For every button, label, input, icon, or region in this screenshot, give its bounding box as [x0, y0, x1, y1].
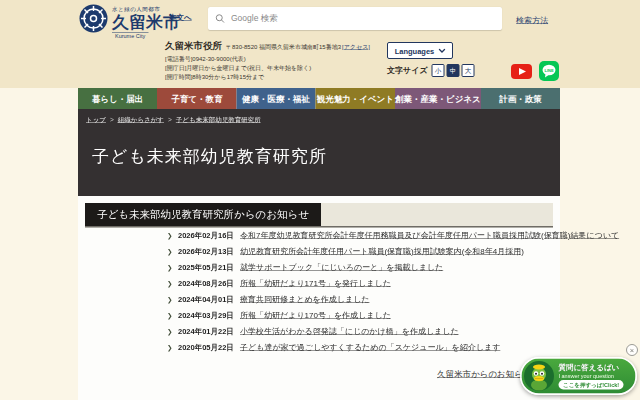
news-link[interactable]: 小学校生活がわかる啓発誌「にじのかけ橋」を作成しました [240, 326, 459, 337]
news-link[interactable]: 子ども達が家で過ごしやすくするための「スケジュール」を紹介します [240, 342, 500, 353]
font-size-small-button[interactable]: 小 [432, 64, 445, 77]
search-box [208, 7, 502, 30]
youtube-icon[interactable] [511, 64, 532, 81]
breadcrumb-link[interactable]: トップ [86, 116, 106, 124]
city-tagline: 水と緑の人間都市 [112, 6, 160, 12]
news-link[interactable]: 所報「幼研だより170号」を作成しました [240, 310, 391, 321]
chevron-right-icon: ❯ [167, 328, 178, 336]
breadcrumb-link[interactable]: 子ども未来部幼児教育研究所 [176, 116, 261, 124]
news-item: ❯2025年05月21日就学サポートブック「にじいろのーと」を掲載しました [78, 262, 560, 278]
news-item: ❯2026年02月16日令和7年度幼児教育研究所会計年度任用務職員及び会計年度任… [78, 230, 560, 246]
office-phone: [電話番号]0942-30-9000(代表) [165, 54, 370, 63]
chevron-right-icon: ❯ [167, 280, 178, 288]
chevron-right-icon: ❯ [167, 248, 178, 256]
chatbot-widget: × 質問に答えるばい I answer your question ここを押すっ… [520, 344, 640, 398]
page-header-band: トップ>組織からさがす>子ども未来部幼児教育研究所 子ども未来部幼児教育研究所 [78, 109, 560, 196]
news-section-heading: 子ども未来部幼児教育研究所からのお知らせ [85, 203, 321, 226]
news-link[interactable]: 所報「幼研だより171号」を発行しました [240, 278, 391, 289]
search-input[interactable] [230, 13, 495, 24]
office-address: 〒830-8520 福岡県久留米市城南町15番地3 [226, 43, 341, 52]
svg-text:LINE: LINE [544, 68, 553, 73]
news-item: ❯2026年02月13日幼児教育研究所会計年度任用パート職員(保育職)採用試験案… [78, 246, 560, 262]
news-link[interactable]: 令和7年度幼児教育研究所会計年度任用務職員及び会計年度任用パート職員採用試験(保… [240, 230, 619, 241]
city-office-info: 久留米市役所 〒830-8520 福岡県久留米市城南町15番地3 [アクセス] … [165, 39, 370, 81]
page: 水と緑の人間都市 久留米市 Kurume City 本文へ 検索方法 久留米市役… [0, 0, 640, 400]
main-nav: 暮らし・届出子育て・教育健康・医療・福祉観光魅力・イベント創業・産業・ビジネス計… [78, 88, 560, 109]
breadcrumb: トップ>組織からさがす>子ども未来部幼児教育研究所 [86, 115, 261, 124]
chevron-down-icon [438, 48, 445, 53]
news-item: ❯2024年03月29日所報「幼研だより170号」を作成しました [78, 310, 560, 326]
font-size-label: 文字サイズ [387, 65, 428, 76]
office-open-days: [開庁日]月曜日から金曜日まで(祝日、年末年始を除く) [165, 63, 370, 72]
nav-item-kosodate[interactable]: 子育て・教育 [157, 88, 236, 109]
search-method-link[interactable]: 検索方法 [516, 15, 548, 26]
city-news-link[interactable]: 久留米市からのお知らせ [437, 368, 532, 380]
news-date: 2026年02月16日 [178, 231, 229, 241]
close-icon[interactable]: × [626, 344, 638, 356]
languages-dropdown[interactable]: Languages [387, 42, 453, 59]
chevron-right-icon: ❯ [167, 232, 178, 240]
nav-item-kurashi[interactable]: 暮らし・届出 [78, 88, 157, 109]
news-item: ❯2024年04月01日療育共同研修まとめを作成しました [78, 294, 560, 310]
news-date: 2024年04月01日 [178, 295, 229, 305]
nav-item-sogyo[interactable]: 創業・産業・ビジネス [395, 88, 481, 109]
chatbot-subtitle: I answer your question [559, 373, 614, 379]
chevron-right-icon: ❯ [167, 312, 178, 320]
nav-item-kenko[interactable]: 健康・医療・福祉 [236, 88, 315, 109]
city-name-en: Kurume City [112, 33, 148, 40]
font-size-large-button[interactable]: 大 [462, 64, 475, 77]
search-icon [215, 14, 225, 24]
news-link[interactable]: 療育共同研修まとめを作成しました [240, 294, 370, 305]
news-date: 2025年05月21日 [178, 263, 229, 273]
breadcrumb-separator: > [168, 116, 172, 124]
office-name: 久留米市役所 [165, 39, 222, 52]
line-icon[interactable]: LINE [539, 61, 559, 83]
news-item: ❯2020年05月22日子ども達が家で過ごしやすくするための「スケジュール」を紹… [78, 342, 560, 358]
news-item: ❯2024年01月22日小学校生活がわかる啓発誌「にじのかけ橋」を作成しました [78, 326, 560, 342]
news-date: 2026年02月13日 [178, 247, 229, 257]
news-date: 2024年03月29日 [178, 311, 229, 321]
news-item: ❯2024年08月26日所報「幼研だより171号」を発行しました [78, 278, 560, 294]
city-emblem-icon [79, 4, 108, 33]
news-section-header: 子ども未来部幼児教育研究所からのお知らせ [85, 203, 553, 228]
breadcrumb-link[interactable]: 組織からさがす [118, 116, 164, 124]
chatbot-title: 質問に答えるばい [559, 363, 620, 373]
languages-label: Languages [395, 46, 435, 55]
font-size-control: 文字サイズ 小 中 大 [387, 64, 477, 77]
access-link[interactable]: [アクセス] [342, 43, 370, 52]
kuruppa-mascot-icon [524, 361, 555, 392]
news-date: 2024年08月26日 [178, 279, 229, 289]
chevron-right-icon: ❯ [167, 296, 178, 304]
chevron-right-icon: ❯ [167, 344, 178, 352]
news-link[interactable]: 幼児教育研究所会計年度任用パート職員(保育職)採用試験案内(令和8年4月採用) [240, 246, 524, 257]
news-date: 2020年05月22日 [178, 343, 229, 353]
chevron-right-icon: ❯ [167, 264, 178, 272]
breadcrumb-separator: > [110, 116, 114, 124]
nav-item-keikaku[interactable]: 計画・政策 [481, 88, 560, 109]
site-logo[interactable]: 水と緑の人間都市 久留米市 Kurume City [79, 4, 180, 40]
news-list: ❯2026年02月16日令和7年度幼児教育研究所会計年度任用務職員及び会計年度任… [78, 230, 560, 358]
news-date: 2024年01月22日 [178, 327, 229, 337]
office-open-hours: [開庁時間]8時30分から17時15分まで [165, 72, 370, 81]
content-panel: 子ども未来部幼児教育研究所からのお知らせ ❯2026年02月16日令和7年度幼児… [78, 196, 560, 400]
news-link[interactable]: 就学サポートブック「にじいろのーと」を掲載しました [240, 262, 443, 273]
skip-to-content-link[interactable]: 本文へ [169, 13, 192, 23]
chatbot-cta-label: ここを押すっぱ!Click! [559, 380, 624, 390]
chatbot-button[interactable]: 質問に答えるばい I answer your question ここを押すっぱ!… [520, 357, 637, 395]
nav-item-kanko[interactable]: 観光魅力・イベント [316, 88, 395, 109]
page-title: 子ども未来部幼児教育研究所 [92, 145, 327, 168]
font-size-medium-button[interactable]: 中 [447, 64, 460, 77]
